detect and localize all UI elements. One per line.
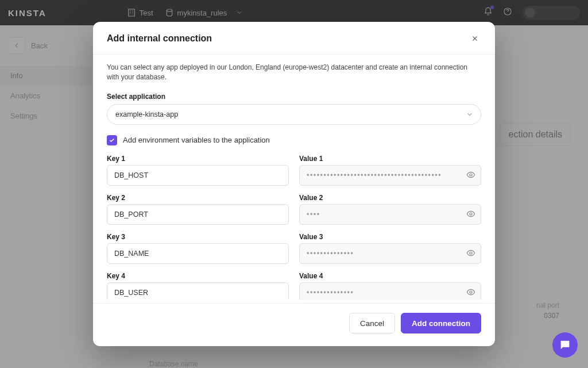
select-label: Select application	[107, 93, 481, 101]
key-input-1[interactable]	[107, 165, 289, 186]
eye-icon	[466, 248, 475, 258]
reveal-button-2[interactable]	[466, 209, 475, 221]
chevron-down-icon	[466, 110, 474, 118]
eye-icon	[466, 170, 475, 179]
reveal-button-1[interactable]	[466, 170, 475, 182]
svg-point-3	[470, 174, 472, 176]
close-icon	[471, 34, 479, 43]
value-input-3[interactable]	[299, 243, 481, 264]
value-label: Value 1	[299, 155, 481, 163]
value-label: Value 2	[299, 194, 481, 202]
select-value: example-kinsta-app	[115, 110, 178, 118]
value-label: Value 3	[299, 233, 481, 241]
add-connection-button[interactable]: Add connection	[401, 313, 481, 334]
intercom-launcher[interactable]	[552, 332, 578, 358]
add-env-checkbox[interactable]	[107, 135, 117, 145]
close-button[interactable]	[469, 32, 481, 45]
eye-icon	[466, 288, 475, 297]
key-input-4[interactable]	[107, 282, 289, 300]
checkbox-label: Add environment variables to the applica…	[123, 136, 270, 144]
modal-overlay: Add internal connection You can select a…	[0, 0, 588, 368]
key-input-2[interactable]	[107, 204, 289, 225]
add-connection-modal: Add internal connection You can select a…	[93, 22, 495, 346]
reveal-button-4[interactable]	[466, 288, 475, 299]
value-input-1[interactable]	[299, 165, 481, 186]
key-input-3[interactable]	[107, 243, 289, 264]
svg-point-4	[470, 213, 472, 215]
value-input-2[interactable]	[299, 204, 481, 225]
key-label: Key 4	[107, 272, 289, 280]
modal-description: You can select any app deployed in our L…	[107, 63, 481, 82]
chat-icon	[559, 339, 571, 351]
check-icon	[109, 137, 115, 144]
application-select[interactable]: example-kinsta-app	[107, 104, 481, 125]
key-label: Key 3	[107, 233, 289, 241]
eye-icon	[466, 209, 475, 218]
key-label: Key 1	[107, 155, 289, 163]
cancel-button[interactable]: Cancel	[349, 313, 395, 334]
value-label: Value 4	[299, 272, 481, 280]
key-label: Key 2	[107, 194, 289, 202]
svg-point-6	[470, 291, 472, 293]
svg-point-5	[470, 252, 472, 254]
modal-title: Add internal connection	[107, 33, 212, 44]
value-input-4[interactable]	[299, 282, 481, 300]
reveal-button-3[interactable]	[466, 248, 475, 260]
